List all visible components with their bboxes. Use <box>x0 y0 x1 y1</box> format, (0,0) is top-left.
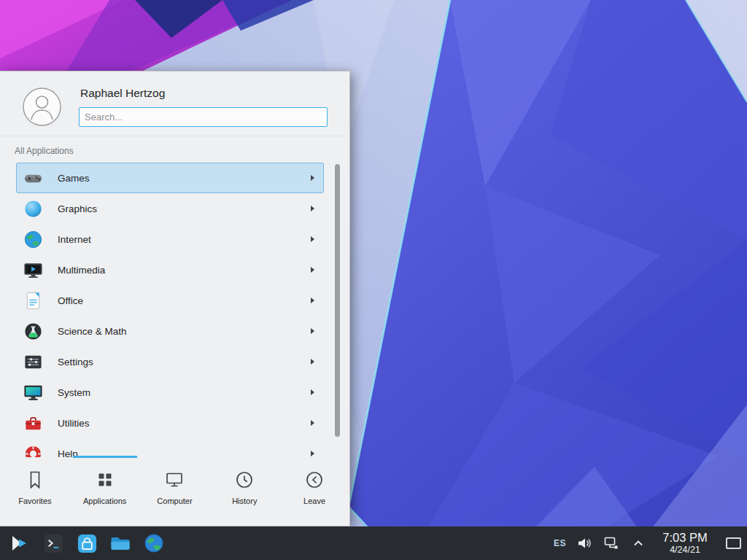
submenu-arrow-icon <box>311 236 314 242</box>
active-tab-indicator <box>73 456 137 458</box>
taskbar-left <box>6 529 168 558</box>
submenu-arrow-icon <box>311 206 314 211</box>
user-avatar-icon <box>23 88 61 126</box>
grid-icon <box>94 469 116 491</box>
app-category-system[interactable]: System <box>16 377 324 408</box>
tab-computer[interactable]: Computer <box>140 456 210 526</box>
tab-applications[interactable]: Applications <box>70 456 140 526</box>
expand-tray-chevron-icon[interactable] <box>630 534 647 552</box>
application-launcher-menu: Raphael Hertzog All Applications Games <box>0 71 350 526</box>
submenu-arrow-icon <box>311 267 314 273</box>
clock-date: 4/24/21 <box>657 545 713 555</box>
app-category-office[interactable]: Office <box>16 285 324 316</box>
app-category-label: Office <box>58 295 83 306</box>
submenu-arrow-icon <box>311 328 314 334</box>
software-center-icon <box>77 533 98 554</box>
toolbox-icon <box>23 413 43 433</box>
section-label: All Applications <box>15 146 74 156</box>
submenu-arrow-icon <box>311 389 314 395</box>
monitor-icon <box>23 382 43 402</box>
folder-icon <box>109 532 131 554</box>
tab-label: Applications <box>83 497 126 505</box>
app-category-help[interactable]: Help <box>16 438 324 457</box>
tab-label: History <box>232 497 257 505</box>
taskbar-browser-button[interactable] <box>140 529 168 558</box>
app-category-internet[interactable]: Internet <box>16 224 324 254</box>
digital-clock[interactable]: 7:03 PM 4/24/21 <box>657 531 713 555</box>
tab-history[interactable]: History <box>209 456 279 526</box>
app-category-games[interactable]: Games <box>16 163 324 193</box>
taskbar-file-manager-button[interactable] <box>107 529 134 558</box>
tab-favorites[interactable]: Favorites <box>0 456 70 526</box>
flask-icon <box>23 321 43 341</box>
submenu-arrow-icon <box>311 420 314 426</box>
keyboard-layout-indicator[interactable]: ES <box>554 538 566 548</box>
show-desktop-button[interactable] <box>726 537 741 549</box>
taskbar-terminal-button[interactable] <box>39 529 67 558</box>
app-category-label: Multimedia <box>58 265 105 276</box>
taskbar-software-center-button[interactable] <box>73 529 101 558</box>
taskbar: ES 7:03 <box>0 526 747 560</box>
app-category-label: Settings <box>58 357 93 368</box>
globe-icon <box>23 229 43 249</box>
volume-icon[interactable] <box>576 534 593 552</box>
tab-leave[interactable]: Leave <box>279 456 349 526</box>
tab-label: Computer <box>157 497 192 505</box>
clock-icon <box>233 469 255 491</box>
app-category-label: System <box>58 387 90 398</box>
app-category-label: Graphics <box>58 203 97 214</box>
kickoff-icon <box>9 532 31 554</box>
launcher-tab-bar: Favorites Applications <box>0 456 349 526</box>
submenu-arrow-icon <box>311 298 314 303</box>
user-name: Raphael Hertzog <box>80 87 165 100</box>
clock-time: 7:03 PM <box>657 531 713 545</box>
computer-icon <box>163 469 185 491</box>
gamepad-icon <box>23 168 43 188</box>
submenu-arrow-icon <box>311 359 314 365</box>
sliders-icon <box>23 351 43 372</box>
monitor-play-icon <box>23 260 43 280</box>
search-input[interactable] <box>79 107 328 127</box>
tab-label: Favorites <box>18 497 51 505</box>
system-tray: ES 7:03 <box>554 531 741 555</box>
sphere-icon <box>23 198 43 219</box>
desktop: Raphael Hertzog All Applications Games <box>0 0 747 560</box>
application-launcher-button[interactable] <box>6 529 34 558</box>
app-category-utilities[interactable]: Utilities <box>16 408 324 438</box>
network-icon[interactable] <box>603 534 620 552</box>
app-category-label: Games <box>58 173 90 184</box>
app-category-label: Internet <box>58 234 91 245</box>
launcher-header: Raphael Hertzog <box>0 71 349 136</box>
app-category-settings[interactable]: Settings <box>16 346 324 377</box>
app-category-multimedia[interactable]: Multimedia <box>16 254 324 285</box>
application-category-list: Games Graphics <box>16 163 324 457</box>
terminal-icon <box>43 533 64 554</box>
app-category-label: Utilities <box>58 418 90 429</box>
tab-label: Leave <box>303 497 325 505</box>
leave-icon <box>303 469 325 491</box>
document-icon <box>23 290 43 311</box>
app-category-label: Science & Math <box>58 326 127 337</box>
list-scrollbar[interactable] <box>335 164 340 437</box>
browser-globe-icon <box>143 532 165 554</box>
submenu-arrow-icon <box>311 175 314 181</box>
app-category-science-math[interactable]: Science & Math <box>16 316 324 346</box>
bookmark-icon <box>24 469 46 491</box>
app-category-graphics[interactable]: Graphics <box>16 193 324 224</box>
